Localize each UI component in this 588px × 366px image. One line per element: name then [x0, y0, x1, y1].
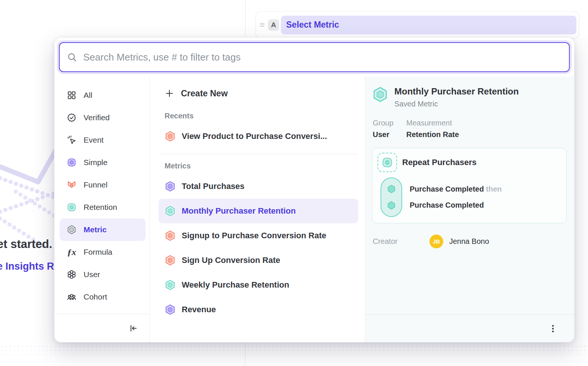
event-hexagon-icon: [386, 184, 397, 194]
hexagon-icon: [165, 205, 176, 217]
list-divider: [159, 154, 358, 154]
detail-footer: [365, 314, 574, 342]
cursor-sparkle-icon: [66, 135, 77, 145]
creator-name: Jenna Bono: [449, 237, 489, 246]
type-sidebar: All Verified Event Simple Funnel Re: [54, 77, 150, 342]
select-metric-bar: A Select Metric: [256, 11, 579, 38]
cohort-definition-icon: [378, 153, 397, 172]
creator-row: Creator JB Jenna Bono: [373, 235, 567, 248]
creator-label: Creator: [373, 237, 429, 246]
create-new-button[interactable]: Create New: [159, 83, 358, 104]
hexagon-icon: [165, 304, 176, 315]
creator-avatar: JB: [429, 235, 443, 248]
hexagon-icon: [165, 255, 176, 266]
sequence-capsule: [381, 177, 402, 217]
sidebar-item-label: User: [84, 270, 100, 279]
badge-check-icon: [66, 112, 77, 123]
sidebar-item-all[interactable]: All: [60, 84, 146, 106]
step-2: Purchase Completed: [410, 201, 502, 210]
background-headline-fragment: et started.: [0, 238, 52, 251]
metric-list-item[interactable]: Total Purchases: [159, 174, 358, 199]
metric-list-item[interactable]: Sign Up Conversion Rate: [159, 248, 358, 273]
kebab-menu-icon: [548, 324, 558, 334]
sidebar-item-metric[interactable]: Metric: [60, 218, 146, 241]
metric-list-item[interactable]: Weekly Purchase Retention: [159, 273, 358, 297]
select-metric-button[interactable]: Select Metric: [281, 16, 576, 34]
sidebar-item-label: Funnel: [84, 180, 107, 189]
create-new-label: Create New: [181, 89, 228, 99]
retention-icon: [66, 202, 77, 213]
background-insights-link-fragment[interactable]: e Insights Re: [0, 261, 60, 272]
hexagon-icon: [165, 279, 176, 291]
step-1: Purchase Completed then: [410, 185, 502, 193]
sidebar-item-label: Event: [84, 136, 104, 145]
sidebar-item-simple[interactable]: Simple: [60, 151, 146, 174]
metric-item-label: Revenue: [182, 305, 216, 314]
detail-meta: Group User Measurement Retention Rate: [373, 119, 567, 139]
metric-item-label: Signup to Purchase Conversion Rate: [182, 231, 326, 241]
sidebar-item-retention[interactable]: Retention: [60, 196, 146, 218]
cohort-icon: [66, 292, 77, 302]
sidebar-item-formula[interactable]: ƒx Formula: [60, 241, 146, 263]
hexagon-icon: [165, 131, 176, 142]
funnel-icon: [66, 180, 77, 190]
search-bar: [59, 42, 570, 72]
metric-item-label: Sign Up Conversion Rate: [182, 255, 280, 265]
metric-list-item[interactable]: Revenue: [159, 297, 358, 322]
metric-item-label: View Product to Purchase Conversi...: [182, 131, 327, 141]
event-hexagon-icon: [386, 200, 397, 211]
sidebar-item-label: All: [84, 91, 92, 100]
user-flower-icon: [66, 269, 77, 280]
metrics-list: Total Purchases Monthly Purchaser Retent…: [159, 174, 358, 322]
simple-hexagon-icon: [66, 157, 77, 168]
step-connector: then: [486, 185, 502, 193]
grid-icon: [66, 90, 77, 100]
hexagon-icon: [165, 181, 176, 192]
group-value: User: [373, 130, 406, 139]
sidebar-item-label: Retention: [84, 203, 117, 212]
picker-content: All Verified Event Simple Funnel Re: [54, 77, 574, 342]
detail-header: Monthly Purchaser Retention Saved Metric: [372, 86, 567, 108]
metric-list-item[interactable]: View Product to Purchase Conversi...: [159, 124, 358, 149]
collapse-left-icon: [128, 323, 138, 333]
metric-hexagon-icon: [66, 224, 77, 235]
plus-icon: [165, 89, 174, 98]
metric-list-item[interactable]: Monthly Purchaser Retention: [159, 199, 358, 223]
sidebar-item-user[interactable]: User: [60, 263, 146, 286]
sidebar-item-label: Metric: [84, 225, 107, 234]
sidebar-list: All Verified Event Simple Funnel Re: [54, 77, 149, 308]
definition-card: Repeat Purchasers: [372, 148, 567, 223]
sidebar-item-label: Simple: [84, 158, 107, 167]
metric-list-item[interactable]: Signup to Purchase Conversion Rate: [159, 223, 358, 248]
sidebar-item-cohort[interactable]: Cohort: [60, 286, 146, 308]
metric-detail-panel: Monthly Purchaser Retention Saved Metric…: [365, 77, 574, 342]
detail-title: Monthly Purchaser Retention: [394, 86, 519, 97]
detail-subtitle: Saved Metric: [394, 100, 519, 108]
sidebar-item-event[interactable]: Event: [60, 129, 146, 151]
measurement-label: Measurement: [406, 119, 459, 127]
sidebar-footer: [54, 314, 149, 342]
drag-handle-icon[interactable]: [258, 23, 266, 27]
screen: et started. e Insights Re A Select Metri…: [0, 0, 588, 366]
sidebar-item-label: Cohort: [84, 292, 107, 301]
metric-item-label: Weekly Purchase Retention: [182, 280, 289, 290]
background-dot-pattern: [0, 344, 588, 355]
metric-list-column: Create New Recents View Product to Purch…: [150, 77, 365, 342]
collapse-sidebar-button[interactable]: [127, 322, 140, 335]
row-letter-badge: A: [268, 19, 279, 31]
metric-item-label: Total Purchases: [182, 182, 244, 191]
sidebar-item-label: Verified: [84, 113, 110, 122]
hexagon-icon: [165, 230, 176, 241]
definition-name: Repeat Purchasers: [402, 158, 476, 167]
sidebar-item-verified[interactable]: Verified: [60, 106, 146, 129]
formula-icon: ƒx: [66, 247, 77, 257]
search-icon: [67, 52, 77, 62]
group-label: Group: [373, 119, 406, 127]
measurement-value: Retention Rate: [406, 130, 459, 139]
metric-item-label: Monthly Purchaser Retention: [182, 206, 296, 216]
retention-metric-hexagon-icon: [372, 86, 388, 103]
metric-picker-dialog: All Verified Event Simple Funnel Re: [54, 37, 575, 342]
sidebar-item-funnel[interactable]: Funnel: [60, 174, 146, 196]
more-options-button[interactable]: [547, 322, 559, 335]
search-input[interactable]: [83, 52, 562, 63]
